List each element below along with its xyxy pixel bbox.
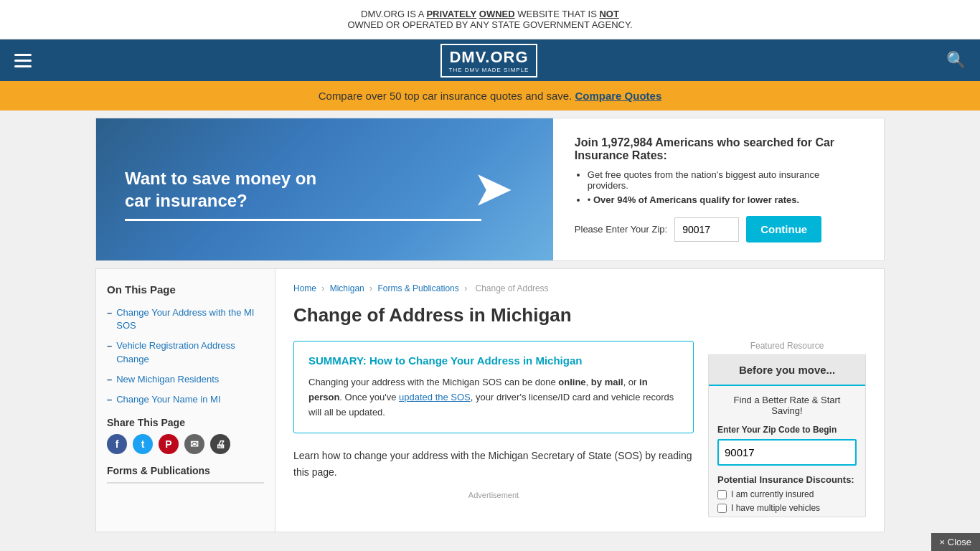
share-title: Share This Page bbox=[107, 417, 264, 428]
sidebar-on-this-page-title: On This Page bbox=[107, 283, 264, 296]
car-insurance-widget: Want to save money on car insurance? ➤ J… bbox=[95, 118, 885, 261]
insurance-banner: Compare over 50 top car insurance quotes… bbox=[0, 81, 980, 110]
widget-image-panel: Want to save money on car insurance? ➤ bbox=[96, 118, 553, 260]
widget-zip-input[interactable] bbox=[674, 217, 739, 242]
dash-icon: – bbox=[107, 394, 112, 405]
sidebar: On This Page – Change Your Address with … bbox=[96, 269, 275, 532]
summary-text-before: Changing your address with the Michigan … bbox=[308, 377, 558, 387]
checkbox-multiple-label: I have multiple vehicles bbox=[731, 503, 820, 513]
sidebar-link-new-residents[interactable]: New Michigan Residents bbox=[116, 373, 219, 386]
sidebar-item-change-name[interactable]: – Change Your Name in MI bbox=[107, 393, 264, 406]
compare-quotes-link[interactable]: Compare Quotes bbox=[575, 90, 661, 102]
checkbox-insured[interactable] bbox=[717, 490, 727, 499]
sidebar-item-change-address[interactable]: – Change Your Address with the MI SOS bbox=[107, 306, 264, 332]
resource-box-header: Before you move... bbox=[709, 355, 865, 386]
disclaimer-bar: DMV.ORG IS A PRIVATELY OWNED WEBSITE THA… bbox=[0, 0, 980, 39]
forms-publications-title: Forms & Publications bbox=[107, 465, 264, 484]
resource-box-sub: Find a Better Rate & Start Saving! bbox=[709, 386, 865, 425]
summary-text4: . Once you've bbox=[339, 392, 399, 402]
widget-arrow-line bbox=[125, 219, 481, 221]
content-and-resource: SUMMARY: How to Change Your Address in M… bbox=[293, 341, 866, 517]
checkbox-insured-label: I am currently insured bbox=[731, 489, 814, 499]
breadcrumb-sep-3: › bbox=[464, 283, 469, 293]
breadcrumb-home[interactable]: Home bbox=[293, 283, 316, 293]
twitter-icon[interactable]: t bbox=[133, 434, 153, 454]
widget-zip-label: Please Enter Your Zip: bbox=[575, 224, 667, 235]
summary-sos-link[interactable]: updated the SOS bbox=[399, 392, 471, 402]
hamburger-menu-icon[interactable] bbox=[14, 54, 32, 67]
resource-checkbox-multiple[interactable]: I have multiple vehicles bbox=[709, 503, 865, 513]
resource-zip-input[interactable] bbox=[717, 439, 857, 466]
search-icon[interactable]: 🔍 bbox=[946, 51, 966, 70]
main-content-area: On This Page – Change Your Address with … bbox=[95, 268, 885, 532]
breadcrumb-sep-1: › bbox=[321, 283, 326, 293]
resource-discounts-title: Potential Insurance Discounts: bbox=[709, 474, 865, 485]
dash-icon: – bbox=[107, 374, 112, 385]
widget-right-panel: Join 1,972,984 Americans who searched fo… bbox=[553, 118, 884, 260]
sidebar-link-change-address[interactable]: Change Your Address with the MI SOS bbox=[116, 306, 264, 332]
summary-comma: , bbox=[586, 377, 591, 387]
breadcrumb-forms[interactable]: Forms & Publications bbox=[377, 283, 458, 293]
summary-bold-online: online bbox=[558, 377, 585, 387]
ad-label: Advertisement bbox=[293, 491, 694, 499]
summary-title: SUMMARY: How to Change Your Address in M… bbox=[308, 354, 679, 367]
email-icon[interactable]: ✉ bbox=[184, 434, 204, 454]
banner-text: Compare over 50 top car insurance quotes… bbox=[319, 90, 573, 102]
page-title: Change of Address in Michigan bbox=[293, 304, 866, 326]
dash-icon: – bbox=[107, 307, 112, 318]
dash-icon: – bbox=[107, 340, 112, 351]
summary-bold-mail: by mail bbox=[591, 377, 623, 387]
resource-zip-label: Enter Your Zip Code to Begin bbox=[709, 425, 865, 435]
summary-or: , or bbox=[623, 377, 639, 387]
breadcrumb: Home › Michigan › Forms & Publications ›… bbox=[293, 283, 866, 293]
content-paragraph: Learn how to change your address with th… bbox=[293, 448, 694, 480]
breadcrumb-michigan[interactable]: Michigan bbox=[330, 283, 364, 293]
navbar: DMV.ORG THE DMV MADE SIMPLE 🔍 bbox=[0, 39, 980, 81]
widget-bullet-2: • Over 94% of Americans qualify for lowe… bbox=[588, 194, 862, 205]
sidebar-item-new-residents[interactable]: – New Michigan Residents bbox=[107, 373, 264, 386]
featured-resource: Featured Resource Before you move... Fin… bbox=[708, 341, 866, 517]
widget-image-text: Want to save money on car insurance? bbox=[125, 167, 340, 212]
widget-continue-button[interactable]: Continue bbox=[746, 216, 821, 242]
sidebar-link-vehicle-reg[interactable]: Vehicle Registration Address Change bbox=[116, 339, 264, 365]
widget-zip-row: Please Enter Your Zip: Continue bbox=[575, 216, 862, 242]
social-icons-row: f t P ✉ 🖨 bbox=[107, 434, 264, 454]
site-logo[interactable]: DMV.ORG THE DMV MADE SIMPLE bbox=[440, 44, 538, 77]
sidebar-link-change-name[interactable]: Change Your Name in MI bbox=[116, 393, 220, 406]
widget-join-text: Join 1,972,984 Americans who searched fo… bbox=[575, 136, 862, 162]
breadcrumb-sep-2: › bbox=[369, 283, 374, 293]
disclaimer-text-2: OWNED OR OPERATED BY ANY STATE GOVERNMEN… bbox=[347, 19, 632, 30]
summary-box: SUMMARY: How to Change Your Address in M… bbox=[293, 341, 694, 433]
widget-bullet-1: Get free quotes from the nation's bigges… bbox=[588, 169, 862, 191]
logo-subtext: THE DMV MADE SIMPLE bbox=[449, 67, 529, 73]
resource-checkbox-insured[interactable]: I am currently insured bbox=[709, 489, 865, 499]
print-icon[interactable]: 🖨 bbox=[210, 434, 230, 454]
content-main: SUMMARY: How to Change Your Address in M… bbox=[293, 341, 694, 517]
main-body: Home › Michigan › Forms & Publications ›… bbox=[275, 269, 884, 532]
disclaimer-text-1: DMV.ORG IS A PRIVATELY OWNED WEBSITE THA… bbox=[361, 9, 619, 19]
logo-text: DMV.ORG bbox=[449, 48, 529, 67]
pinterest-icon[interactable]: P bbox=[159, 434, 179, 454]
widget-arrow-icon: ➤ bbox=[474, 164, 510, 215]
featured-label: Featured Resource bbox=[708, 341, 866, 351]
sidebar-item-vehicle-reg[interactable]: – Vehicle Registration Address Change bbox=[107, 339, 264, 365]
facebook-icon[interactable]: f bbox=[107, 434, 127, 454]
widget-bullets: Get free quotes from the nation's bigges… bbox=[588, 169, 862, 205]
checkbox-multiple[interactable] bbox=[717, 504, 727, 513]
resource-box: Before you move... Find a Better Rate & … bbox=[708, 354, 866, 517]
summary-paragraph: Changing your address with the Michigan … bbox=[308, 375, 679, 420]
breadcrumb-current: Change of Address bbox=[475, 283, 548, 293]
